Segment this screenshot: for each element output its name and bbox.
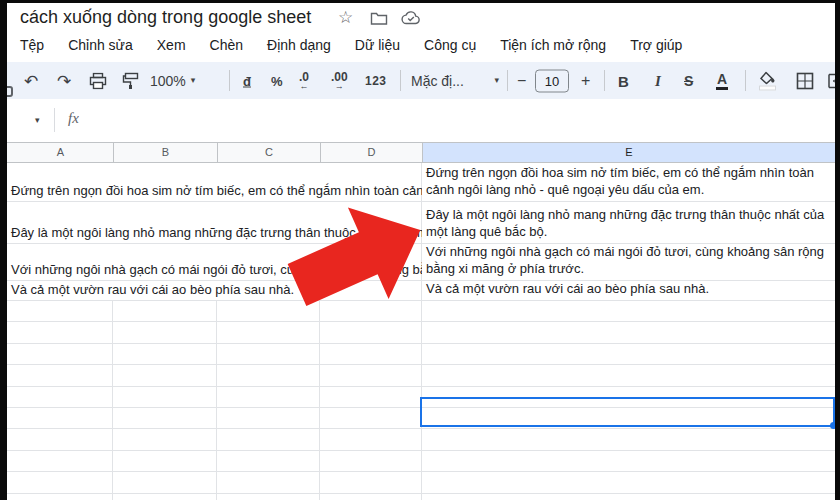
paint-format-icon xyxy=(122,72,139,90)
clipped-toolbar-icon xyxy=(7,86,13,97)
menu-item-extensions[interactable]: Tiện ích mở rộng xyxy=(488,32,618,59)
cell-e1[interactable]: Đứng trên ngọn đồi hoa sim nở tím biếc, … xyxy=(422,163,835,201)
formula-bar-divider xyxy=(54,108,55,132)
zoom-value: 100% xyxy=(150,74,186,88)
bold-button[interactable]: B xyxy=(618,73,629,88)
redo-button[interactable]: ↷ xyxy=(57,72,71,89)
cell-e4[interactable]: Và cả một vườn rau với cái ao bèo phía s… xyxy=(422,280,835,300)
italic-button[interactable]: I xyxy=(655,73,661,88)
column-header-row: A B C D E xyxy=(7,142,835,163)
currency-format-button[interactable]: đ xyxy=(243,74,251,87)
cell-a3-overflow[interactable]: Với những ngôi nhà gạch có mái ngói đỏ t… xyxy=(7,243,422,280)
formula-bar: ▾ fx xyxy=(7,99,835,142)
font-name-value: Mặc đị... xyxy=(411,74,464,88)
text-color-button[interactable]: A xyxy=(716,72,728,90)
column-header-a[interactable]: A xyxy=(8,143,113,162)
cell-e2[interactable]: Đây là một ngôi làng nhỏ mang những đặc … xyxy=(422,201,835,243)
more-number-formats-button[interactable]: 123 xyxy=(365,75,387,87)
cell-a4-text: Và cả một vườn rau với cái ao bèo phía s… xyxy=(11,282,294,297)
borders-icon xyxy=(796,72,814,90)
merge-cells-icon xyxy=(828,73,835,89)
cell-a1-text: Đứng trên ngọn đồi hoa sim nở tím biếc, … xyxy=(11,183,422,198)
cell-a3-text: Với những ngôi nhà gạch có mái ngói đỏ t… xyxy=(11,262,422,277)
percent-format-button[interactable]: % xyxy=(271,74,283,87)
cloud-status-icon-glyph xyxy=(401,11,421,25)
menu-item-format[interactable]: Định dạng xyxy=(255,32,343,59)
paint-format-button[interactable] xyxy=(122,72,139,90)
menu-item-data[interactable]: Dữ liệu xyxy=(343,32,412,59)
arrow-left-icon: ← xyxy=(300,82,309,91)
selected-cell-outline xyxy=(420,397,835,427)
toolbar-divider xyxy=(400,70,401,91)
fill-color-button[interactable] xyxy=(759,71,776,90)
move-folder-icon[interactable] xyxy=(370,11,388,26)
document-title[interactable]: cách xuống dòng trong google sheet xyxy=(20,7,311,28)
font-name-selector[interactable]: Mặc đị... ▾ xyxy=(411,74,499,88)
borders-button[interactable] xyxy=(796,72,814,90)
toolbar-divider xyxy=(507,70,508,91)
zoom-control[interactable]: 100% ▾ xyxy=(150,74,195,88)
column-header-c[interactable]: C xyxy=(217,143,320,162)
column-header-b[interactable]: B xyxy=(113,143,217,162)
print-button[interactable] xyxy=(89,72,107,89)
cell-a4-overflow[interactable]: Và cả một vườn rau với cái ao bèo phía s… xyxy=(7,280,422,300)
menu-item-file[interactable]: Tệp xyxy=(8,32,56,59)
increase-decimal-button[interactable]: .00 → xyxy=(331,71,348,91)
screenshot-frame: cách xuống dòng trong google sheet ☆ Tệp… xyxy=(0,0,840,500)
column-header-d[interactable]: D xyxy=(320,143,422,162)
cloud-status-icon[interactable] xyxy=(401,11,421,25)
fill-color-swatch xyxy=(759,85,776,90)
toolbar-divider xyxy=(229,70,230,91)
toolbar-divider xyxy=(604,70,605,91)
cell-a2-text: Đây là một ngôi làng nhỏ mang những đặc … xyxy=(11,225,422,240)
menu-item-view[interactable]: Xem xyxy=(145,32,198,59)
toolbar: ↶ ↷ 100% ▾ đ % .0 ← .00 xyxy=(7,62,835,99)
fill-handle[interactable] xyxy=(830,422,835,429)
cell-a2-overflow[interactable]: Đây là một ngôi làng nhỏ mang những đặc … xyxy=(7,201,422,243)
menu-item-insert[interactable]: Chèn xyxy=(198,32,255,59)
column-header-e-selected[interactable]: E xyxy=(422,143,835,162)
menu-bar: Tệp Chỉnh sửa Xem Chèn Định dạng Dữ liệu… xyxy=(8,32,694,59)
decrease-decimal-button[interactable]: .0 ← xyxy=(299,71,309,91)
cell-a1-overflow[interactable]: Đứng trên ngọn đồi hoa sim nở tím biếc, … xyxy=(7,163,422,201)
move-folder-icon-glyph xyxy=(370,11,388,26)
google-sheets-app: cách xuống dòng trong google sheet ☆ Tệp… xyxy=(7,3,835,500)
menu-item-help[interactable]: Trợ giúp xyxy=(618,32,694,59)
fx-icon: fx xyxy=(68,110,79,127)
chevron-down-icon: ▾ xyxy=(494,76,499,85)
menu-item-edit[interactable]: Chỉnh sửa xyxy=(56,32,145,59)
arrow-right-icon: → xyxy=(335,82,344,91)
menu-item-tools[interactable]: Công cụ xyxy=(412,32,488,59)
cell-e3[interactable]: Với những ngôi nhà gạch có mái ngói đỏ t… xyxy=(422,243,835,280)
title-bar: cách xuống dòng trong google sheet ☆ xyxy=(7,3,835,32)
star-icon[interactable]: ☆ xyxy=(338,9,353,26)
undo-button[interactable]: ↶ xyxy=(24,72,38,89)
toolbar-divider xyxy=(745,70,746,91)
merge-cells-button[interactable] xyxy=(828,73,835,89)
font-size-input[interactable]: 10 xyxy=(535,69,569,92)
strikethrough-button[interactable]: S xyxy=(684,74,693,88)
name-box-caret[interactable]: ▾ xyxy=(35,115,40,125)
paint-bucket-icon xyxy=(759,71,776,84)
print-icon xyxy=(89,72,107,89)
chevron-down-icon: ▾ xyxy=(191,76,196,85)
increase-font-size-button[interactable]: + xyxy=(581,73,590,89)
decrease-font-size-button[interactable]: − xyxy=(517,73,526,89)
